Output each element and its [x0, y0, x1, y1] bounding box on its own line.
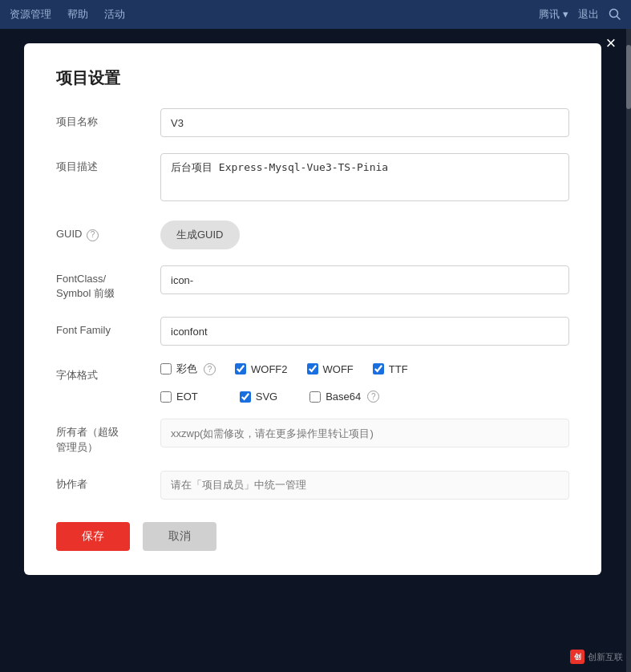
checkbox-ttf[interactable]: TTF	[373, 363, 408, 375]
checkbox-woff2[interactable]: WOFF2	[235, 363, 288, 375]
scroll-thumb[interactable]	[626, 45, 631, 109]
cb-woff2[interactable]	[235, 363, 246, 374]
fontfamily-control	[160, 317, 569, 346]
cb-ttf[interactable]	[373, 363, 384, 374]
guid-control: 生成GUID	[160, 221, 569, 249]
cb-eot[interactable]	[160, 391, 172, 403]
modal-footer: 保存 取消	[56, 522, 569, 551]
nav-help[interactable]: 帮助	[67, 7, 88, 22]
cancel-button[interactable]: 取消	[143, 522, 216, 551]
checkbox-woff[interactable]: WOFF	[307, 363, 354, 375]
watermark-icon: 创	[570, 650, 584, 664]
font-format-row: 字体格式 彩色 ? WOFF2	[56, 362, 569, 403]
top-nav: 资源管理 帮助 活动 腾讯 ▾ 退出	[0, 0, 631, 29]
generate-guid-button[interactable]: 生成GUID	[160, 221, 240, 249]
nav-logout[interactable]: 退出	[578, 7, 599, 22]
modal-overlay: × 项目设置 项目名称 项目描述 后台项目 Express-Mysql-Vue3…	[0, 29, 631, 672]
checkbox-base64[interactable]: Base64 ?	[309, 391, 379, 403]
project-desc-label: 项目描述	[56, 153, 160, 174]
guid-help-icon[interactable]: ?	[87, 229, 99, 241]
svg-line-1	[617, 17, 621, 20]
project-name-control	[160, 108, 569, 137]
modal-title: 项目设置	[56, 67, 569, 89]
project-name-label: 项目名称	[56, 108, 160, 129]
fontfamily-input[interactable]	[160, 317, 569, 346]
checkbox-eot[interactable]: EOT	[160, 391, 198, 403]
project-name-row: 项目名称	[56, 108, 569, 137]
guid-row: GUID ? 生成GUID	[56, 221, 569, 249]
font-format-control: 彩色 ? WOFF2 WOFF TTF	[160, 362, 569, 403]
owner-input	[160, 419, 569, 447]
fontclass-label: FontClass/Symbol 前缀	[56, 265, 160, 301]
checkbox-color[interactable]: 彩色 ?	[160, 362, 216, 376]
close-button[interactable]: ×	[597, 29, 625, 58]
owner-row: 所有者（超级管理员）	[56, 419, 569, 454]
cb-ttf-label: TTF	[389, 363, 408, 375]
base64-help-icon[interactable]: ?	[367, 391, 379, 403]
nav-resource[interactable]: 资源管理	[10, 7, 51, 22]
nav-tencent[interactable]: 腾讯 ▾	[539, 7, 568, 22]
project-name-input[interactable]	[160, 108, 569, 137]
watermark: 创 创新互联	[570, 650, 623, 664]
cb-svg[interactable]	[240, 391, 251, 403]
owner-control	[160, 419, 569, 447]
cb-base64-label: Base64	[326, 391, 361, 403]
settings-modal: × 项目设置 项目名称 项目描述 后台项目 Express-Mysql-Vue3…	[24, 43, 601, 575]
nav-activity[interactable]: 活动	[104, 7, 125, 22]
checkbox-row-2: EOT SVG Base64 ?	[160, 391, 569, 403]
save-button[interactable]: 保存	[56, 522, 130, 551]
guid-label: GUID ?	[56, 221, 160, 241]
cb-eot-label: EOT	[176, 391, 198, 403]
cb-color-label: 彩色	[176, 362, 197, 376]
fontfamily-row: Font Family	[56, 317, 569, 346]
font-format-label: 字体格式	[56, 362, 160, 383]
owner-label: 所有者（超级管理员）	[56, 419, 160, 454]
watermark-text: 创新互联	[588, 651, 623, 663]
cb-color[interactable]	[160, 363, 172, 374]
fontclass-control	[160, 265, 569, 294]
collaborator-row: 协作者	[56, 471, 569, 500]
cb-woff2-label: WOFF2	[251, 363, 288, 375]
cb-woff[interactable]	[307, 363, 318, 374]
nav-right: 腾讯 ▾ 退出	[539, 7, 621, 22]
checkbox-row-1: 彩色 ? WOFF2 WOFF TTF	[160, 362, 569, 376]
scrollbar[interactable]	[626, 29, 631, 672]
fontclass-row: FontClass/Symbol 前缀	[56, 265, 569, 301]
project-desc-input[interactable]: 后台项目 Express-Mysql-Vue3-TS-Pinia	[160, 153, 569, 201]
project-desc-control: 后台项目 Express-Mysql-Vue3-TS-Pinia	[160, 153, 569, 204]
checkbox-grid: 彩色 ? WOFF2 WOFF TTF	[160, 362, 569, 403]
color-help-icon[interactable]: ?	[204, 363, 216, 375]
checkbox-svg[interactable]: SVG	[240, 391, 277, 403]
cb-svg-label: SVG	[256, 391, 277, 403]
cb-base64[interactable]	[309, 391, 321, 403]
collaborator-control	[160, 471, 569, 500]
collaborator-label: 协作者	[56, 471, 160, 492]
cb-woff-label: WOFF	[323, 363, 354, 375]
project-desc-row: 项目描述 后台项目 Express-Mysql-Vue3-TS-Pinia	[56, 153, 569, 204]
search-icon[interactable]	[609, 8, 621, 21]
collaborator-input	[160, 471, 569, 500]
fontfamily-label: Font Family	[56, 317, 160, 338]
fontclass-input[interactable]	[160, 265, 569, 294]
